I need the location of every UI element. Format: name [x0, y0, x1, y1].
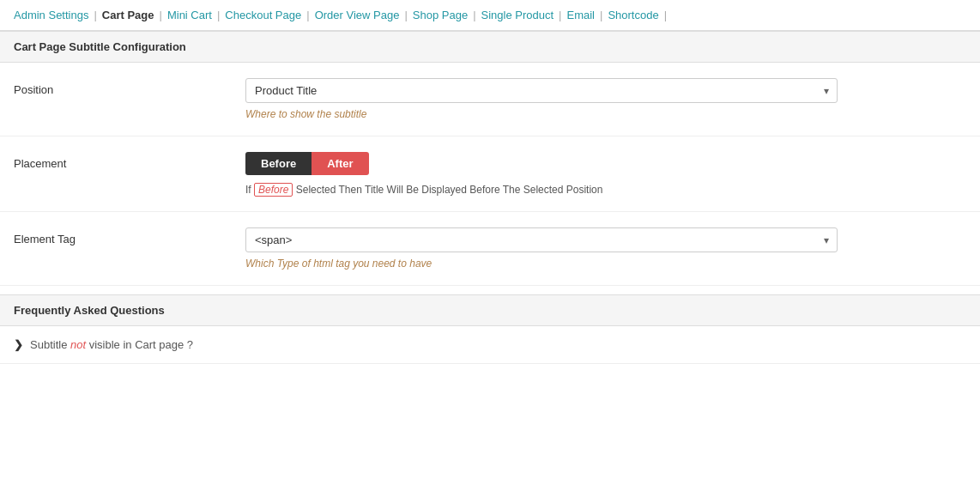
position-row: Position Product Title Product Name Belo… [0, 63, 980, 136]
nav-separator-5: | [404, 9, 407, 21]
nav-separator-1: | [94, 9, 96, 21]
nav-cart-page[interactable]: Cart Page [99, 7, 158, 23]
section-header: Cart Page Subtitle Configuration [0, 31, 980, 63]
position-hint: Where to show the subtitle [245, 108, 966, 120]
nav-shop-page[interactable]: Shop Page [409, 7, 471, 23]
faq-text-suffix: visible in Cart page ? [86, 338, 193, 351]
element-tag-hint: Which Type of html tag you need to have [245, 258, 966, 270]
faq-item-text: Subtitle not visible in Cart page ? [30, 338, 193, 351]
faq-not-word: not [70, 338, 86, 351]
nav-separator-6: | [473, 9, 475, 21]
faq-section-title: Frequently Asked Questions [14, 304, 165, 317]
nav-single-product[interactable]: Single Product [478, 7, 558, 23]
placement-hint-keyword: Before [254, 183, 293, 197]
element-tag-control: <span> <div> <p> <h1> <h2> <h3> Which Ty… [245, 227, 966, 270]
nav-mini-cart[interactable]: Mini Cart [164, 7, 215, 23]
faq-section-header: Frequently Asked Questions [0, 294, 980, 326]
placement-before-button[interactable]: Before [245, 152, 312, 175]
placement-hint-suffix: Selected Then Title Will Be Displayed Be… [296, 184, 603, 196]
nav-email[interactable]: Email [563, 7, 598, 23]
element-tag-select[interactable]: <span> <div> <p> <h1> <h2> <h3> [245, 227, 838, 252]
faq-text-prefix: Subtitle [30, 338, 70, 351]
placement-after-button[interactable]: After [312, 152, 368, 175]
nav-separator-7: | [559, 9, 561, 21]
nav-checkout-page[interactable]: Checkout Page [221, 7, 305, 23]
faq-item-1[interactable]: ❯ Subtitle not visible in Cart page ? [0, 326, 980, 364]
faq-chevron-icon: ❯ [14, 338, 23, 351]
position-select-wrapper: Product Title Product Name Below Title A… [245, 78, 838, 103]
position-label: Position [14, 78, 245, 96]
nav-separator-8: | [600, 9, 602, 21]
nav-shortcode[interactable]: Shortcode [604, 7, 662, 23]
position-control: Product Title Product Name Below Title A… [245, 78, 966, 120]
placement-hint: If Before Selected Then Title Will Be Di… [245, 184, 966, 196]
nav-order-view-page[interactable]: Order View Page [312, 7, 403, 23]
placement-label: Placement [14, 152, 245, 170]
placement-hint-prefix: If [245, 184, 251, 196]
nav-admin-settings[interactable]: Admin Settings [10, 7, 92, 23]
top-navigation: Admin Settings | Cart Page | Mini Cart |… [0, 0, 980, 31]
nav-separator-3: | [217, 9, 220, 21]
faq-section: Frequently Asked Questions ❯ Subtitle no… [0, 294, 980, 364]
placement-toggle-group: Before After [245, 152, 369, 175]
nav-separator-9: | [664, 9, 667, 21]
element-tag-label: Element Tag [14, 227, 245, 246]
main-content: Cart Page Subtitle Configuration Positio… [0, 31, 980, 364]
element-tag-row: Element Tag <span> <div> <p> <h1> <h2> <… [0, 212, 980, 286]
nav-separator-4: | [306, 9, 309, 21]
placement-control: Before After If Before Selected Then Tit… [245, 152, 966, 196]
section-title: Cart Page Subtitle Configuration [14, 40, 186, 53]
placement-row: Placement Before After If Before Selecte… [0, 136, 980, 212]
position-select[interactable]: Product Title Product Name Below Title A… [245, 78, 838, 103]
nav-separator-2: | [160, 9, 162, 21]
element-tag-select-wrapper: <span> <div> <p> <h1> <h2> <h3> [245, 227, 838, 252]
